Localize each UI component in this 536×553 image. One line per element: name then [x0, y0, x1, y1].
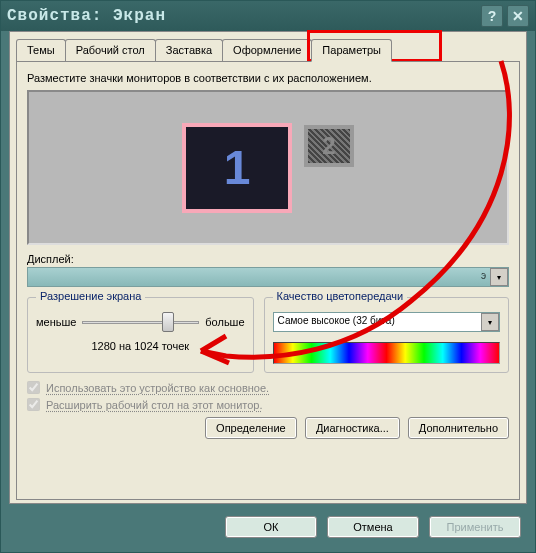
color-quality-group: Качество цветопередачи Самое высокое (32…	[264, 297, 509, 373]
tab-desktop[interactable]: Рабочий стол	[65, 39, 156, 62]
tab-screensaver[interactable]: Заставка	[155, 39, 223, 62]
slider-rail	[82, 321, 199, 324]
close-button[interactable]: ✕	[507, 5, 529, 27]
resolution-value: 1280 на 1024 точек	[36, 340, 245, 352]
color-spectrum	[273, 342, 500, 364]
check-primary	[27, 381, 40, 394]
display-dropdown-value: э	[28, 268, 508, 283]
slider-thumb[interactable]	[162, 312, 174, 332]
client-area: Темы Рабочий стол Заставка Оформление Па…	[9, 31, 527, 504]
display-label: Дисплей:	[27, 253, 509, 265]
tab-appearance[interactable]: Оформление	[222, 39, 312, 62]
tab-settings[interactable]: Параметры	[311, 39, 392, 62]
apply-button[interactable]: Применить	[429, 516, 521, 538]
check-extend	[27, 398, 40, 411]
monitor-1[interactable]: 1	[182, 123, 292, 213]
tab-body: Разместите значки мониторов в соответств…	[16, 61, 520, 500]
check-extend-label: Расширить рабочий стол на этот монитор.	[46, 399, 263, 411]
monitor-2[interactable]: 2	[304, 125, 354, 167]
tab-themes[interactable]: Темы	[16, 39, 66, 62]
titlebar: Свойства: Экран ? ✕	[1, 1, 535, 31]
settings-groups: Разрешение экрана меньше больше 1280 на …	[27, 297, 509, 373]
resolution-more-label: больше	[205, 316, 244, 328]
window: Свойства: Экран ? ✕ Темы Рабочий стол За…	[0, 0, 536, 553]
instruction-text: Разместите значки мониторов в соответств…	[27, 72, 509, 84]
chevron-down-icon[interactable]: ▾	[481, 313, 499, 331]
ok-button[interactable]: ОК	[225, 516, 317, 538]
tab-buttons: Определение Диагностика... Дополнительно	[27, 417, 509, 439]
check-primary-label: Использовать это устройство как основное…	[46, 382, 269, 394]
titlebar-buttons: ? ✕	[481, 5, 529, 27]
check-primary-row: Использовать это устройство как основное…	[27, 381, 509, 394]
advanced-button[interactable]: Дополнительно	[408, 417, 509, 439]
help-button[interactable]: ?	[481, 5, 503, 27]
diagnostics-button[interactable]: Диагностика...	[305, 417, 400, 439]
quality-dropdown[interactable]: Самое высокое (32 бита) ▾	[273, 312, 500, 332]
tab-bar: Темы Рабочий стол Заставка Оформление Па…	[10, 32, 526, 61]
quality-dropdown-value: Самое высокое (32 бита)	[274, 313, 499, 328]
resolution-slider-row: меньше больше	[36, 312, 245, 332]
window-title: Свойства: Экран	[7, 7, 481, 25]
monitor-arrangement[interactable]: 1 2	[27, 90, 509, 245]
quality-legend: Качество цветопередачи	[273, 290, 408, 302]
resolution-legend: Разрешение экрана	[36, 290, 145, 302]
resolution-less-label: меньше	[36, 316, 76, 328]
cancel-button[interactable]: Отмена	[327, 516, 419, 538]
checkbox-area: Использовать это устройство как основное…	[27, 381, 509, 411]
display-dropdown[interactable]: э ▾	[27, 267, 509, 287]
resolution-slider[interactable]	[82, 312, 199, 332]
identify-button[interactable]: Определение	[205, 417, 297, 439]
dialog-button-bar: ОК Отмена Применить	[9, 510, 527, 544]
resolution-group: Разрешение экрана меньше больше 1280 на …	[27, 297, 254, 373]
check-extend-row: Расширить рабочий стол на этот монитор.	[27, 398, 509, 411]
chevron-down-icon[interactable]: ▾	[490, 268, 508, 286]
